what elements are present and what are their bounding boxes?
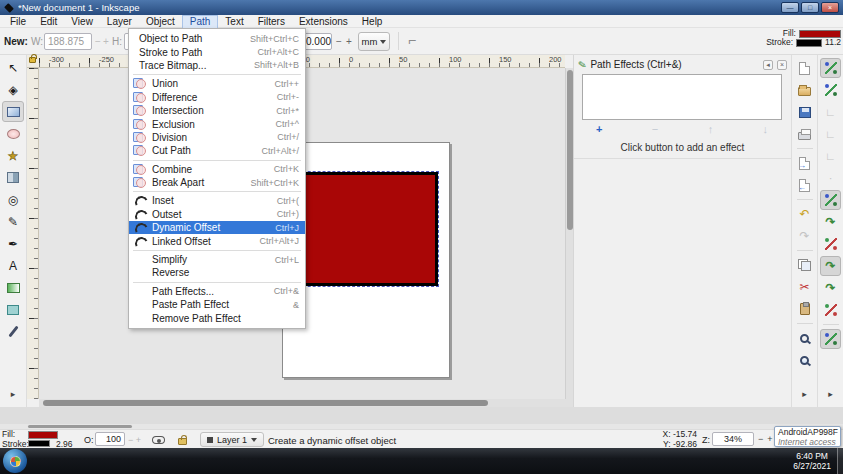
node-editor-tool[interactable]: ◈ xyxy=(2,79,24,100)
red-rectangle-object[interactable] xyxy=(289,172,438,286)
dropper-tool[interactable] xyxy=(2,321,24,342)
menu-help[interactable]: Help xyxy=(355,15,390,28)
ellipse-tool[interactable] xyxy=(2,123,24,144)
layer-visibility-icon[interactable] xyxy=(152,436,165,444)
spiral-tool[interactable]: ◎ xyxy=(2,189,24,210)
snap-bbox-edges-toggle[interactable]: ∟ xyxy=(820,102,841,122)
move-effect-down-button[interactable]: ↓ xyxy=(763,123,769,138)
snap-overflow[interactable]: ▸ xyxy=(820,384,841,404)
menu-item-break-apart[interactable]: Break ApartShift+Ctrl+K xyxy=(129,176,305,189)
ry-decrement[interactable]: − xyxy=(336,36,342,47)
canvas-vertical-scrollbar[interactable] xyxy=(565,68,573,399)
snap-nodes-toggle[interactable] xyxy=(820,190,841,210)
restore-button[interactable]: □ xyxy=(801,2,819,13)
pencil-tool[interactable]: ✎ xyxy=(2,211,24,232)
menu-item-dynamic-offset[interactable]: Dynamic OffsetCtrl+J xyxy=(129,221,305,234)
gradient-tool[interactable] xyxy=(2,277,24,298)
lock-icon[interactable] xyxy=(29,57,36,63)
minimize-button[interactable]: — xyxy=(781,2,799,13)
import-button[interactable] xyxy=(794,153,815,173)
cut-button[interactable]: ✂ xyxy=(794,277,815,297)
zoom-field[interactable]: 34% xyxy=(712,432,754,446)
menu-item-trace-bitmap[interactable]: Trace Bitmap...Shift+Alt+B xyxy=(129,59,305,72)
menu-layer[interactable]: Layer xyxy=(100,15,139,28)
snap-bounding-box-toggle[interactable] xyxy=(820,80,841,100)
menu-item-combine[interactable]: CombineCtrl+K xyxy=(129,163,305,176)
menu-item-outset[interactable]: OutsetCtrl+) xyxy=(129,208,305,221)
menu-item-linked-offset[interactable]: Linked OffsetCtrl+Alt+J xyxy=(129,234,305,247)
snap-enable-toggle[interactable] xyxy=(820,58,841,78)
zoom-drawing-button[interactable] xyxy=(794,350,815,370)
menu-filters[interactable]: Filters xyxy=(251,15,292,28)
menu-view[interactable]: View xyxy=(64,15,100,28)
menu-item-intersection[interactable]: IntersectionCtrl+* xyxy=(129,104,305,117)
zoom-button[interactable] xyxy=(794,328,815,348)
menu-item-reverse[interactable]: Reverse xyxy=(129,266,305,279)
stroke-color-swatch[interactable] xyxy=(28,440,50,447)
menu-file[interactable]: File xyxy=(3,15,33,28)
save-button[interactable] xyxy=(794,102,815,122)
menu-item-cut-path[interactable]: Cut PathCtrl+Alt+/ xyxy=(129,144,305,157)
scrollbar-thumb[interactable] xyxy=(43,400,488,406)
selector-tool[interactable]: ↖ xyxy=(2,57,24,78)
panel-close-button[interactable]: × xyxy=(777,60,787,70)
duplicate-button[interactable] xyxy=(794,255,815,275)
fill-color-swatch[interactable] xyxy=(28,431,58,439)
width-field[interactable]: 188.875 xyxy=(44,33,92,50)
menu-item-paste-path-effect[interactable]: Paste Path Effect& xyxy=(129,298,305,311)
scrollbar-thumb[interactable] xyxy=(28,425,132,428)
menu-item-remove-path-effect[interactable]: Remove Path Effect xyxy=(129,311,305,324)
unit-dropdown[interactable]: mm xyxy=(358,32,390,51)
snap-bbox-midpoints-toggle[interactable]: ∟ xyxy=(820,146,841,166)
menu-extensions[interactable]: Extensions xyxy=(292,15,355,28)
show-desktop-button[interactable] xyxy=(837,448,843,474)
menu-item-stroke-to-path[interactable]: Stroke to PathCtrl+Alt+C xyxy=(129,45,305,58)
menu-item-exclusion[interactable]: ExclusionCtrl+^ xyxy=(129,117,305,130)
menu-item-path-effects[interactable]: Path Effects...Ctrl+& xyxy=(129,285,305,298)
open-document-button[interactable] xyxy=(794,80,815,100)
width-decrement[interactable]: − xyxy=(95,36,101,47)
add-effect-button[interactable]: + xyxy=(596,123,602,138)
star-tool[interactable]: ★ xyxy=(2,145,24,166)
stroke-swatch[interactable] xyxy=(796,39,822,47)
menu-item-object-to-path[interactable]: Object to PathShift+Ctrl+C xyxy=(129,32,305,45)
menu-item-inset[interactable]: InsetCtrl+( xyxy=(129,194,305,207)
sharp-corners-icon[interactable]: ⌐ xyxy=(408,32,416,48)
width-increment[interactable]: + xyxy=(103,36,109,47)
box3d-tool[interactable] xyxy=(2,167,24,188)
canvas-horizontal-scrollbar[interactable] xyxy=(39,399,573,407)
snap-path-intersections-toggle[interactable] xyxy=(820,234,841,254)
toolbox-overflow[interactable]: ▸ xyxy=(2,383,24,404)
text-tool[interactable]: A xyxy=(2,255,24,276)
snap-others-toggle[interactable] xyxy=(820,329,841,349)
effect-list[interactable] xyxy=(582,74,782,120)
move-effect-up-button[interactable]: ↑ xyxy=(708,123,714,138)
menu-item-simplify[interactable]: SimplifyCtrl+L xyxy=(129,253,305,266)
undo-button[interactable]: ↶ xyxy=(794,204,815,224)
rectangle-tool[interactable] xyxy=(2,101,24,122)
snap-bbox-centers-toggle[interactable]: · xyxy=(820,168,841,188)
menu-item-union[interactable]: UnionCtrl++ xyxy=(129,77,305,90)
opacity-field[interactable]: 100 xyxy=(95,432,125,446)
paste-button[interactable] xyxy=(794,299,815,319)
ry-increment[interactable]: + xyxy=(346,36,352,47)
menu-object[interactable]: Object xyxy=(139,15,182,28)
vertical-ruler[interactable] xyxy=(27,68,39,399)
layer-lock-icon[interactable] xyxy=(178,438,187,445)
print-button[interactable] xyxy=(794,124,815,144)
commands-overflow[interactable]: ▸ xyxy=(794,384,815,404)
start-button[interactable] xyxy=(3,449,27,473)
menu-path[interactable]: Path xyxy=(182,15,219,28)
menu-item-difference[interactable]: DifferenceCtrl+- xyxy=(129,91,305,104)
opacity-steppers[interactable]: − + xyxy=(128,435,141,445)
export-button[interactable] xyxy=(794,175,815,195)
menu-item-division[interactable]: DivisionCtrl+/ xyxy=(129,131,305,144)
snap-smooth-nodes-toggle[interactable]: ↷ xyxy=(820,278,841,298)
remove-effect-button[interactable]: − xyxy=(652,123,658,138)
new-document-button[interactable] xyxy=(794,58,815,78)
panel-collapse-button[interactable]: ◂ xyxy=(763,60,773,70)
snap-cusp-nodes-toggle[interactable]: ↷ xyxy=(820,256,841,276)
layer-selector[interactable]: Layer 1 xyxy=(200,432,264,447)
close-button[interactable]: × xyxy=(821,2,839,13)
snap-bbox-corners-toggle[interactable]: ∟ xyxy=(820,124,841,144)
